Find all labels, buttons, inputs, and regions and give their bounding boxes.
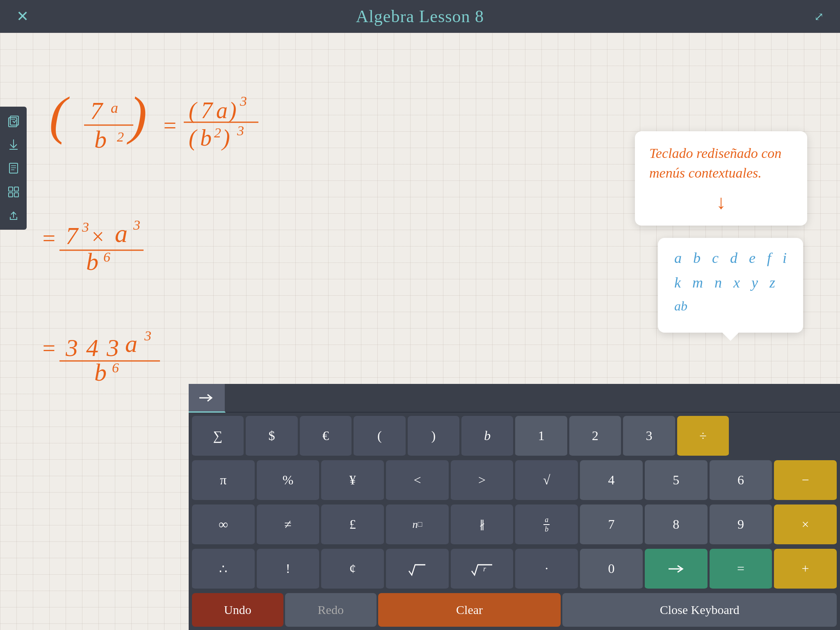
key-pi[interactable]: π (192, 460, 255, 501)
sidebar-item-download[interactable] (3, 135, 24, 155)
svg-text:7: 7 (66, 222, 79, 249)
clear-button[interactable]: Clear (378, 593, 561, 627)
key-lparen[interactable]: ( (354, 416, 405, 457)
svg-text:4: 4 (86, 334, 98, 361)
svg-text:3: 3 (106, 334, 119, 361)
key-nsuper[interactable]: n□ (386, 504, 449, 546)
key-notparallel[interactable]: ∦ (451, 504, 514, 546)
app-header: ✕ Algebra Lesson 8 ⤢ (0, 0, 840, 33)
context-item-n[interactable]: n (714, 274, 722, 291)
svg-text:): ) (126, 86, 147, 145)
svg-text:b: b (94, 126, 107, 153)
key-dot[interactable]: · (515, 549, 578, 590)
key-equals[interactable]: = (710, 549, 772, 590)
key-multiply[interactable]: × (774, 504, 837, 546)
undo-button[interactable]: Undo (192, 593, 283, 627)
key-sqrt-line[interactable] (386, 549, 449, 590)
key-6[interactable]: 6 (710, 460, 772, 501)
key-sigma[interactable]: ∑ (192, 416, 244, 457)
key-9[interactable]: 9 (710, 504, 772, 546)
svg-rect-10 (14, 187, 18, 191)
keyboard-tab-arrow[interactable] (189, 384, 226, 413)
svg-text:2: 2 (117, 129, 124, 144)
redo-button[interactable]: Redo (285, 593, 377, 627)
key-3[interactable]: 3 (623, 416, 675, 457)
context-item-ab[interactable]: ab (674, 299, 687, 314)
key-percent[interactable]: % (257, 460, 320, 501)
key-minus[interactable]: − (774, 460, 837, 501)
sidebar-item-share[interactable] (3, 205, 24, 226)
context-row-1: a b c d e f i (674, 249, 787, 267)
context-item-e[interactable]: e (749, 249, 756, 267)
keyboard-actions: Undo Redo Clear Close Keyboard (189, 593, 840, 630)
context-row-2: k m n x y z (674, 274, 787, 291)
key-therefore[interactable]: ∴ (192, 549, 255, 590)
key-1[interactable]: 1 (515, 416, 567, 457)
expand-button[interactable]: ⤢ (814, 10, 824, 23)
context-item-c[interactable]: c (712, 249, 719, 267)
key-gt[interactable]: > (451, 460, 514, 501)
key-fraction[interactable]: a b (515, 504, 578, 546)
svg-text:7: 7 (90, 97, 104, 124)
svg-text:(: ( (49, 86, 70, 145)
sidebar-item-copy[interactable] (3, 111, 24, 131)
context-item-f[interactable]: f (767, 249, 771, 267)
key-5[interactable]: 5 (645, 460, 708, 501)
key-sqrt[interactable]: √ (515, 460, 578, 501)
key-yen[interactable]: ¥ (321, 460, 384, 501)
context-item-d[interactable]: d (730, 249, 737, 267)
key-neq[interactable]: ≠ (257, 504, 320, 546)
key-arrow-right[interactable] (645, 549, 708, 590)
keyboard-row-4: ∴ ! ¢ r · 0 (189, 547, 840, 593)
svg-rect-12 (14, 193, 18, 197)
sidebar-item-document[interactable] (3, 158, 24, 178)
svg-text:a: a (216, 98, 228, 123)
key-plus[interactable]: + (774, 549, 837, 590)
svg-text:=: = (41, 226, 57, 251)
context-item-y[interactable]: y (751, 274, 758, 291)
svg-text:a: a (115, 219, 128, 247)
svg-text:b: b (200, 125, 212, 151)
key-lt[interactable]: < (386, 460, 449, 501)
key-sqrt-r[interactable]: r (451, 549, 514, 590)
context-item-z[interactable]: z (769, 274, 775, 291)
svg-text:): ) (221, 125, 230, 151)
svg-text:=: = (41, 336, 57, 361)
key-infinity[interactable]: ∞ (192, 504, 255, 546)
context-item-b[interactable]: b (693, 249, 701, 267)
key-divide[interactable]: ÷ (677, 416, 729, 457)
key-8[interactable]: 8 (645, 504, 708, 546)
context-item-x[interactable]: x (733, 274, 740, 291)
close-button[interactable]: ✕ (16, 8, 29, 25)
svg-rect-9 (9, 187, 13, 191)
sidebar-item-grid[interactable] (3, 182, 24, 202)
key-7[interactable]: 7 (580, 504, 643, 546)
key-dollar[interactable]: $ (246, 416, 297, 457)
canvas-area: ( 7 a b 2 ) = ( 7 a ) 3 ( b 2 ) 3 = 7 3 … (0, 33, 840, 630)
svg-text:r: r (483, 565, 486, 573)
key-euro[interactable]: € (300, 416, 352, 457)
context-item-m[interactable]: m (692, 274, 703, 291)
keyboard-tabs (189, 384, 840, 413)
key-2[interactable]: 2 (569, 416, 621, 457)
context-item-i[interactable]: i (783, 249, 787, 267)
tooltip-text: Teclado rediseñado con menús contextuale… (649, 144, 793, 183)
sidebar (0, 107, 27, 230)
key-rparen[interactable]: ) (408, 416, 459, 457)
svg-text:(: ( (189, 125, 198, 151)
context-item-k[interactable]: k (674, 274, 681, 291)
key-4[interactable]: 4 (580, 460, 643, 501)
keyboard-row-2: π % ¥ < > √ 4 5 6 − (189, 459, 840, 503)
svg-text:×: × (90, 224, 105, 249)
key-b[interactable]: b (461, 416, 513, 457)
svg-rect-5 (9, 163, 18, 173)
context-menu: a b c d e f i k m n x y z ab (658, 238, 803, 333)
svg-text:3: 3 (144, 328, 151, 343)
close-keyboard-button[interactable]: Close Keyboard (562, 593, 837, 627)
key-exclaim[interactable]: ! (257, 549, 320, 590)
context-item-a[interactable]: a (674, 249, 682, 267)
svg-rect-11 (9, 193, 13, 197)
key-cent[interactable]: ¢ (321, 549, 384, 590)
key-pound[interactable]: £ (321, 504, 384, 546)
key-0[interactable]: 0 (580, 549, 643, 590)
